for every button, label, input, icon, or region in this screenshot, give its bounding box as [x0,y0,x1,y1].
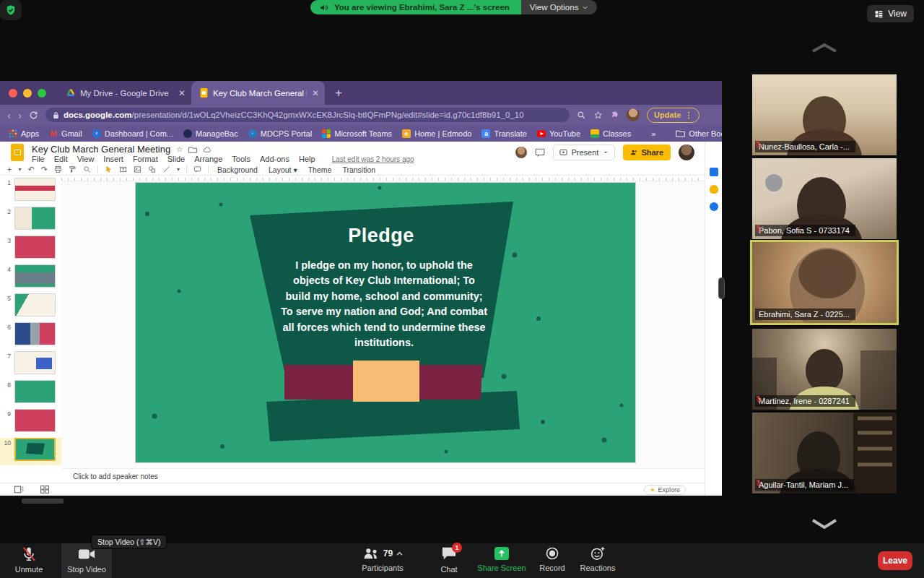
last-edit-link[interactable]: Last edit was 2 hours ago [332,155,414,163]
forward-button[interactable]: › [18,110,22,121]
close-window-button[interactable] [9,89,17,98]
tab-my-drive[interactable]: My Drive - Google Drive ✕ [58,81,191,105]
slide-title[interactable]: Pledge [237,225,526,247]
slide-body-text[interactable]: I pledge on my honor, to uphold the obje… [257,258,511,351]
slide-thumbnail-6[interactable]: 6 [0,322,61,350]
minimize-window-button[interactable] [23,89,32,98]
new-tab-button[interactable]: + [335,86,342,100]
menu-file[interactable]: File [32,155,45,163]
move-folder-icon[interactable] [188,146,197,153]
transition-button[interactable]: Transition [340,165,378,174]
document-title[interactable]: Key Club March General Meeting [32,144,170,155]
menu-slide[interactable]: Slide [167,155,185,163]
back-button[interactable]: ‹ [7,110,11,121]
bookmark-translate[interactable]: aTranslate [481,129,526,138]
account-avatar[interactable] [679,144,694,160]
speaker-notes-area[interactable]: Click to add speaker notes [61,468,705,483]
participant-tile-pabon[interactable]: Pabon, Sofia S - 0733174 [752,158,897,239]
tab-close-icon[interactable]: ✕ [178,88,186,98]
line-dropdown-icon[interactable]: ▾ [177,167,180,173]
zoom-tool-button[interactable] [83,165,91,173]
paint-format-button[interactable] [69,165,77,173]
star-document-icon[interactable]: ☆ [176,145,183,153]
other-bookmarks-button[interactable]: Other Bookmarks [676,129,722,138]
bookmark-edmodo[interactable]: eHome | Edmodo [402,129,471,138]
bookmarks-overflow-chevron[interactable]: » [651,129,655,138]
menu-help[interactable]: Help [299,155,315,163]
chrome-update-button[interactable]: Update ⋮ [647,108,699,123]
filmstrip-view-icon[interactable] [14,486,24,493]
participant-tile-ebrahimi-active-speaker[interactable]: Ebrahimi, Sara Z - 0225... [752,242,897,323]
comment-icon[interactable] [535,148,545,158]
insert-comment-button[interactable] [193,165,201,173]
share-screen-button[interactable]: Share Screen [473,546,531,572]
insert-shape-button[interactable] [148,165,156,173]
new-slide-button[interactable]: + [7,165,12,173]
slide-thumbnail-3[interactable]: 3 [0,236,61,263]
menu-edit[interactable]: Edit [54,155,68,163]
slide-thumbnail-9[interactable]: 9 [0,409,61,436]
participant-tile-aguilar-tantil[interactable]: Aguilar-Tantil, Mariam J... [752,413,897,493]
refresh-button[interactable] [29,111,38,120]
stop-video-button[interactable]: Stop Video [64,546,110,574]
extension-puzzle-icon[interactable] [610,111,619,120]
leave-meeting-button[interactable]: Leave [878,551,912,570]
bookmark-youtube[interactable]: YouTube [537,129,580,138]
search-icon[interactable] [577,111,586,120]
tasks-icon[interactable] [710,202,718,211]
slide-thumbnail-10-active[interactable]: 10 [0,438,61,465]
menu-tools[interactable]: Tools [232,155,250,163]
bookmark-apps[interactable]: Apps [9,129,39,138]
slide-thumbnail-1[interactable]: 1 [0,178,61,205]
tab-close-icon[interactable]: ✕ [312,88,319,98]
bookmark-mdcps-portal[interactable]: ◦MDCPS Portal [248,129,313,138]
keep-icon[interactable] [710,185,718,194]
reactions-button[interactable]: Reactions [576,546,619,572]
slide-thumbnail-7[interactable]: 7 [0,351,61,379]
tab-key-club-presentation[interactable]: Key Club March General Meeti ✕ [191,81,325,105]
participants-chevron[interactable] [396,551,403,556]
bookmark-classes[interactable]: Classes [590,129,631,138]
new-slide-dropdown-icon[interactable]: ▾ [18,167,21,173]
print-button[interactable] [54,165,62,173]
view-layout-button[interactable]: View [867,5,914,22]
browser-profile-avatar[interactable] [627,108,640,121]
layout-button[interactable]: Layout ▾ [266,165,300,174]
menu-arrange[interactable]: Arrange [194,155,222,163]
select-cursor-button[interactable] [105,165,113,173]
bookmark-managebac[interactable]: ManageBac [183,129,238,138]
menu-addons[interactable]: Add-ons [260,155,289,163]
menu-insert[interactable]: Insert [103,155,123,163]
insert-line-button[interactable] [162,165,170,173]
bookmark-gmail[interactable]: MGmail [49,129,82,138]
meeting-security-badge[interactable] [0,0,22,20]
maximize-window-button[interactable] [38,89,46,98]
redo-button[interactable]: ↷ [41,165,48,173]
panel-resize-handle[interactable] [718,277,725,299]
slide-thumbnail-2[interactable]: 2 [0,207,61,234]
slide-thumbnail-5[interactable]: 5 [0,293,61,321]
participant-tile-nunez-baullosa[interactable]: Nunez-Baullosa, Carla -... [752,74,897,155]
present-button[interactable]: Present [553,144,616,160]
slide-thumbnail-8[interactable]: 8 [0,380,61,407]
unmute-button[interactable]: Unmute [7,546,51,574]
bookmark-microsoft-teams[interactable]: Microsoft Teams [322,129,392,138]
insert-image-button[interactable] [134,165,141,173]
record-button[interactable]: Record [534,546,570,572]
calendar-icon[interactable] [710,168,718,176]
text-box-button[interactable] [119,165,127,173]
background-button[interactable]: Background [215,165,260,174]
undo-button[interactable]: ↶ [27,165,34,173]
menu-view[interactable]: View [77,155,95,163]
google-slides-logo-icon[interactable] [11,144,24,161]
presence-avatar[interactable] [515,147,527,158]
bookmark-dashboard[interactable]: ‹Dashboard | Com... [92,129,173,138]
share-button[interactable]: Share [623,144,671,160]
present-dropdown-icon[interactable] [603,150,609,155]
theme-button[interactable]: Theme [306,165,334,174]
chat-button[interactable]: 1 Chat [431,546,467,574]
current-slide[interactable]: Pledge I pledge on my honor, to uphold t… [135,182,636,463]
gallery-scroll-up-icon[interactable] [810,42,839,53]
cloud-status-icon[interactable] [203,146,212,153]
bookmark-star-icon[interactable] [593,111,603,120]
